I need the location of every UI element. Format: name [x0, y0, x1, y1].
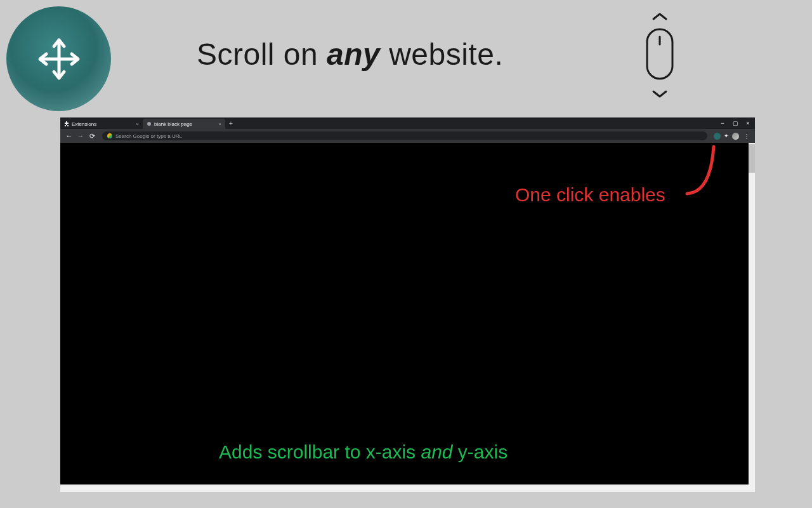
annotation-green-part2: y-axis: [453, 441, 508, 462]
address-bar[interactable]: Search Google or type a URL: [102, 131, 707, 140]
tab-label: Extensions: [72, 121, 96, 127]
close-icon[interactable]: ×: [136, 121, 139, 127]
site-info-icon[interactable]: [107, 133, 112, 138]
mouse-scroll-icon: [641, 11, 679, 100]
annotation-arrow-icon: [682, 142, 726, 199]
page-icon: [147, 121, 152, 126]
extensions-puzzle-icon[interactable]: ✦: [724, 133, 729, 139]
annotation-one-click: One click enables: [515, 184, 665, 206]
address-placeholder: Search Google or type a URL: [115, 133, 182, 139]
puzzle-icon: [64, 121, 69, 126]
annotation-green-emphasis: and: [421, 441, 452, 462]
headline-part2: website.: [380, 37, 503, 71]
new-tab-button[interactable]: +: [229, 120, 233, 127]
back-button[interactable]: ←: [65, 132, 73, 140]
browser-window: Extensions × blank black page × + − ▢ × …: [60, 117, 755, 485]
browser-toolbar: ← → ⟳ Search Google or type a URL ✦ ⋮: [60, 129, 755, 143]
tab-blank-page[interactable]: blank black page ×: [143, 119, 225, 129]
vertical-scrollbar[interactable]: [749, 143, 755, 485]
scrollbar-thumb[interactable]: [749, 144, 755, 173]
minimize-button[interactable]: −: [719, 120, 726, 126]
window-controls: − ▢ ×: [719, 120, 751, 126]
horizontal-scrollbar[interactable]: [60, 485, 755, 492]
scroll-extension-icon[interactable]: [714, 133, 721, 140]
annotation-scrollbar: Adds scrollbar to x-axis and y-axis: [219, 441, 508, 463]
close-icon[interactable]: ×: [218, 121, 221, 127]
tab-label: blank black page: [154, 121, 192, 127]
tab-extensions[interactable]: Extensions ×: [60, 119, 143, 129]
profile-avatar[interactable]: [732, 133, 739, 140]
headline-emphasis: any: [327, 37, 380, 71]
forward-button[interactable]: →: [77, 132, 84, 140]
maximize-button[interactable]: ▢: [732, 120, 738, 126]
tab-strip: Extensions × blank black page × + − ▢ ×: [60, 117, 755, 129]
reload-button[interactable]: ⟳: [88, 132, 96, 140]
extension-logo: [6, 6, 111, 111]
headline: Scroll on any website.: [197, 37, 503, 72]
extension-icons: ✦ ⋮: [714, 133, 750, 140]
menu-button[interactable]: ⋮: [743, 133, 750, 140]
close-window-button[interactable]: ×: [745, 120, 751, 126]
annotation-green-part1: Adds scrollbar to x-axis: [219, 441, 421, 462]
arrows-icon: [27, 27, 91, 91]
headline-part1: Scroll on: [197, 37, 327, 71]
svg-point-4: [147, 122, 151, 126]
